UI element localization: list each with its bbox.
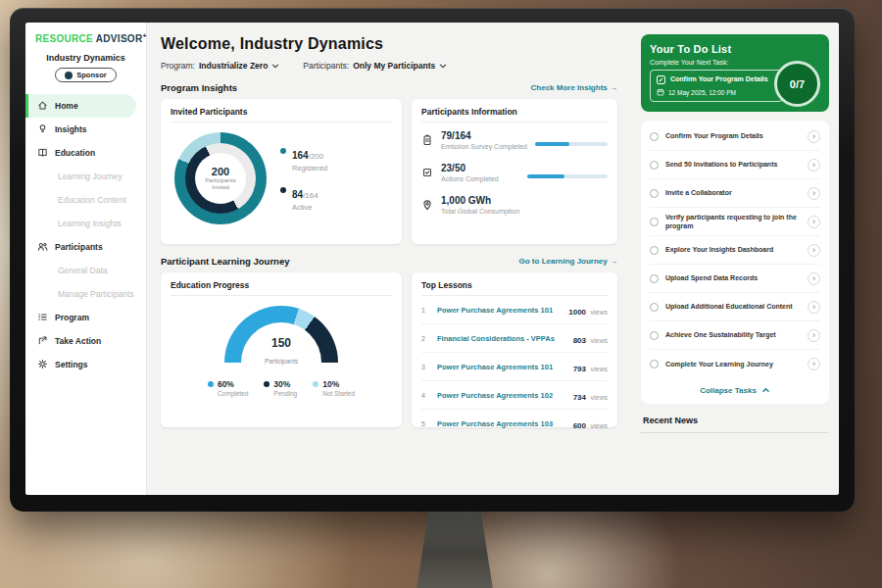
chevron-right-icon[interactable]: › [808, 329, 820, 342]
lesson-link[interactable]: Power Purchase Agreements 103 [437, 419, 566, 428]
legend-registered: 164/200 Registered [280, 145, 327, 172]
arrow-right-icon: → [610, 83, 617, 92]
people-icon [37, 241, 48, 252]
sidebar-item-participants[interactable]: Participants [25, 235, 146, 259]
lesson-row: 4 Power Purchase Agreements 102 734 view… [421, 381, 608, 410]
legend-completed: 60%Completed [208, 379, 248, 397]
lightbulb-icon [37, 123, 48, 134]
sponsor-badge[interactable]: Sponsor [55, 68, 116, 82]
task-checkbox[interactable] [650, 360, 659, 368]
insights-cards-row: Invited Participants 200 Participants In… [161, 99, 617, 244]
sidebar: RESOURCE ADVISOR+ Industry Dynamics Spon… [25, 23, 147, 495]
location-pin-icon [421, 197, 433, 209]
task-row[interactable]: Invite a Collaborator › [650, 179, 820, 208]
list-icon [37, 312, 48, 322]
task-checkbox[interactable] [650, 189, 659, 198]
background-room: RESOURCE ADVISOR+ Industry Dynamics Spon… [0, 0, 882, 588]
learning-journey-header: Participant Learning Journey Go to Learn… [161, 256, 617, 267]
org-block: Industry Dynamics Sponsor [25, 53, 146, 83]
lesson-row: 5 Power Purchase Agreements 103 600 view… [421, 410, 608, 437]
lesson-link[interactable]: Financial Considerations - VPPAs [437, 334, 566, 343]
main-content: Welcome, Industry Dynamics Program: Indu… [147, 23, 631, 495]
app-logo: RESOURCE ADVISOR+ [25, 32, 146, 44]
org-name: Industry Dynamics [25, 53, 146, 63]
cursor-action-icon [37, 335, 48, 346]
program-insights-title: Program Insights [161, 82, 237, 93]
education-progress-card: Education Progress 150 Participants [161, 272, 402, 427]
book-icon [37, 147, 48, 158]
survey-icon [421, 132, 433, 144]
task-row[interactable]: Verify participants requesting to join t… [650, 208, 820, 236]
collapse-tasks-link[interactable]: Collapse Tasks [650, 378, 820, 404]
task-checkbox[interactable] [650, 246, 659, 255]
sponsor-label: Sponsor [76, 71, 106, 79]
donut-center: 200 Participants Invited [195, 153, 246, 204]
task-row[interactable]: Achieve One Sustainability Target › [650, 321, 820, 350]
checkbox-checked-icon[interactable]: ✓ [657, 75, 665, 84]
screen: RESOURCE ADVISOR+ Industry Dynamics Spon… [25, 23, 839, 495]
check-more-insights-link[interactable]: Check More Insights → [531, 83, 617, 92]
chevron-right-icon[interactable]: › [808, 244, 820, 257]
learning-cards-row: Education Progress 150 Participants [161, 272, 617, 427]
next-task-box[interactable]: ✓ Confirm Your Program Details 12 May 20… [650, 70, 783, 102]
program-dropdown[interactable]: Program: Industrialize Zero [161, 61, 279, 71]
go-to-learning-journey-link[interactable]: Go to Learning Journey → [519, 257, 617, 266]
task-checkbox[interactable] [650, 303, 659, 312]
task-checkbox[interactable] [650, 132, 659, 141]
legend-not-started: 10%Not Started [313, 379, 355, 397]
chevron-right-icon[interactable]: › [808, 301, 820, 314]
sidebar-item-home[interactable]: Home [25, 94, 136, 118]
chevron-right-icon[interactable]: › [808, 272, 820, 285]
logo-advisor: ADVISOR [96, 33, 143, 44]
sidebar-item-general-data[interactable]: General Data [25, 259, 146, 282]
participants-dropdown[interactable]: Participants: Only My Participants [303, 61, 447, 71]
sidebar-item-learning-journey[interactable]: Learning Journey [25, 165, 146, 188]
chevron-right-icon[interactable]: › [808, 159, 820, 172]
donut-legend: 164/200 Registered 84/164 Active [280, 145, 327, 212]
program-insights-header: Program Insights Check More Insights → [161, 82, 617, 93]
lesson-link[interactable]: Power Purchase Agreements 102 [437, 391, 566, 400]
chevron-right-icon[interactable]: › [808, 130, 820, 143]
lesson-link[interactable]: Power Purchase Agreements 101 [437, 363, 566, 371]
todo-title: Your To Do List [650, 43, 820, 55]
todo-task-list: Confirm Your Program Details › Send 50 I… [641, 121, 829, 404]
education-gauge-chart: 150 Participants [224, 306, 338, 368]
legend-dot [280, 148, 286, 154]
chevron-right-icon[interactable]: › [808, 358, 820, 370]
participants-information-card: Participants Information 79/164 Emission… [412, 99, 617, 244]
gauge-center: 150 Participants [224, 336, 338, 368]
home-icon [37, 100, 48, 111]
chevron-right-icon[interactable]: › [808, 216, 820, 228]
task-row[interactable]: Explore Your Insights Dashboard › [650, 236, 820, 265]
task-row[interactable]: Upload Spend Data Records › [650, 265, 820, 293]
task-checkbox[interactable] [650, 274, 659, 283]
sidebar-item-education-content[interactable]: Education Content [25, 188, 146, 212]
sidebar-item-program[interactable]: Program [25, 306, 146, 329]
task-row[interactable]: Confirm Your Program Details › [650, 122, 820, 151]
sidebar-item-take-action[interactable]: Take Action [25, 329, 146, 353]
task-row[interactable]: Upload Additional Educational Content › [650, 293, 820, 321]
calendar-icon [657, 88, 664, 96]
sidebar-item-learning-insights[interactable]: Learning Insights [25, 212, 146, 235]
task-checkbox[interactable] [650, 331, 659, 340]
legend-dot [280, 187, 286, 193]
chevron-down-icon [439, 61, 447, 71]
task-checkbox[interactable] [650, 161, 659, 170]
sidebar-item-settings[interactable]: Settings [25, 353, 146, 376]
task-row[interactable]: Complete Your Learning Journey › [650, 350, 820, 378]
sidebar-item-insights[interactable]: Insights [25, 118, 146, 141]
sidebar-item-manage-participants[interactable]: Manage Participants [25, 282, 146, 306]
task-row[interactable]: Send 50 Invitations to Participants › [650, 151, 820, 179]
chevron-down-icon [271, 61, 279, 71]
monitor-bezel: RESOURCE ADVISOR+ Industry Dynamics Spon… [10, 8, 855, 512]
todo-progress-ring: 0/7 [774, 61, 820, 107]
chevron-up-icon [761, 386, 770, 395]
task-checkbox[interactable] [650, 218, 659, 226]
gear-icon [37, 359, 48, 369]
lesson-link[interactable]: Power Purchase Agreements 101 [437, 306, 562, 315]
learning-journey-title: Participant Learning Journey [161, 256, 289, 267]
recent-news-header: Recent News [641, 414, 829, 433]
chevron-right-icon[interactable]: › [808, 187, 820, 200]
stat-actions: 23/50 Actions Completed [421, 155, 608, 187]
sidebar-item-education[interactable]: Education [25, 141, 146, 165]
